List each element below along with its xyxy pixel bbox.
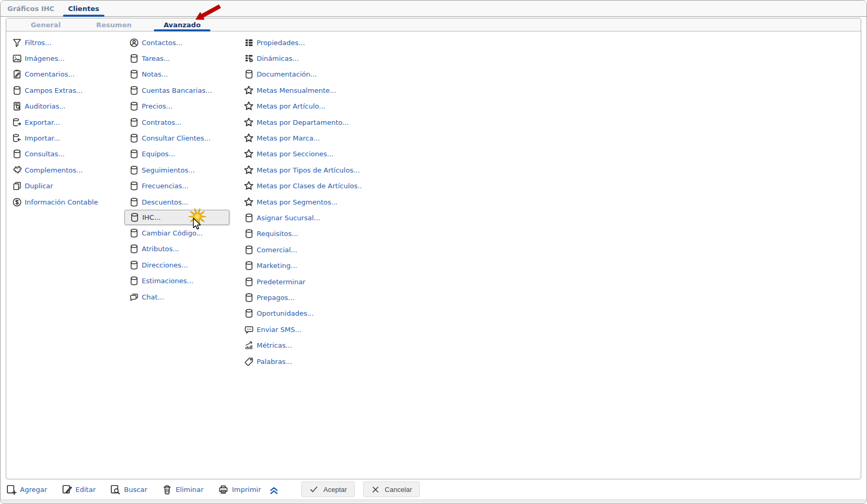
toolbar-label: Editar — [76, 486, 96, 494]
add-icon — [6, 484, 17, 495]
menu-item-auditorias[interactable]: Auditorias... — [12, 99, 98, 114]
menu-item-label: Oportunidades... — [257, 309, 314, 317]
database-icon — [244, 308, 254, 318]
menu-item-descuentos[interactable]: Descuentos... — [129, 194, 229, 210]
menu-item-ihc[interactable]: IHC... — [124, 210, 229, 225]
menu-item-contactos[interactable]: Contactos... — [129, 35, 229, 50]
menu-item-label: Comercial... — [257, 246, 298, 254]
menu-item-atributos[interactable]: Atributos... — [129, 241, 229, 257]
menu-item-complementos[interactable]: Complementos... — [12, 162, 98, 178]
menu-item-palabras[interactable]: Palabras... — [244, 353, 362, 369]
menu-item-exportar[interactable]: Exportar... — [12, 114, 98, 130]
menu-item-comercial[interactable]: Comercial... — [244, 242, 362, 258]
menu-item-cuentas-bancarias[interactable]: Cuentas Bancarias... — [129, 82, 229, 98]
menu-item-documentacion[interactable]: Documentación... — [244, 67, 362, 82]
menu-item-cambiar-codigo[interactable]: Cambiar Código... — [129, 225, 229, 241]
menu-item-metas-por-articulo[interactable]: Metas por Artículo... — [244, 99, 362, 114]
menu-item-propiedades[interactable]: Propiedades... — [244, 35, 362, 50]
menu-item-dinamicas[interactable]: Dinámicas... — [244, 50, 362, 66]
tab-graficos-ihc[interactable]: Gráficos IHC — [1, 1, 61, 16]
menu-item-duplicar[interactable]: Duplicar — [12, 178, 98, 194]
button-label: Aceptar — [323, 486, 347, 494]
menu-column-1: Filtros...Imágenes...Comentarios...Campo… — [12, 35, 98, 210]
chat-icon — [129, 292, 139, 302]
menu-item-predeterminar[interactable]: Predeterminar — [244, 274, 362, 289]
menu-item-imagenes[interactable]: Imágenes... — [12, 50, 98, 66]
menu-item-notas[interactable]: Notas... — [129, 67, 229, 82]
chevrons-up-icon[interactable] — [268, 484, 280, 495]
editar-button[interactable]: Editar — [61, 484, 96, 495]
menu-item-requisitos[interactable]: Requisitos... — [244, 226, 362, 242]
menu-item-oportunidades[interactable]: Oportunidades... — [244, 306, 362, 321]
subtab-general[interactable]: General — [12, 18, 80, 31]
menu-item-label: Metas por Clases de Artículos.. — [257, 182, 362, 190]
menu-item-label: Cuentas Bancarias... — [142, 87, 212, 94]
menu-item-label: Frecuencias... — [142, 182, 188, 190]
star-icon — [244, 197, 254, 208]
filter-icon — [12, 38, 22, 48]
menu-item-equipos[interactable]: Equipos... — [129, 146, 229, 162]
menu-item-label: Marketing... — [257, 262, 297, 270]
subtab-resumen[interactable]: Resumen — [80, 18, 148, 31]
menu-item-metas-por-tipos-de-articulos[interactable]: Metas por Tipos de Artículos... — [244, 162, 362, 178]
menu-item-consultas[interactable]: Consultas... — [12, 146, 98, 162]
subtab-avanzado[interactable]: Avanzado — [148, 18, 216, 31]
menu-item-consultar-clientes[interactable]: Consultar Clientes... — [129, 130, 229, 146]
menu-item-label: Direcciones... — [142, 261, 188, 269]
menu-item-frecuencias[interactable]: Frecuencias... — [129, 178, 229, 194]
menu-item-chat[interactable]: Chat... — [129, 289, 229, 305]
menu-item-contratos[interactable]: Contratos... — [129, 114, 229, 130]
menu-item-estimaciones[interactable]: Estimaciones... — [129, 273, 229, 288]
eliminar-button[interactable]: Eliminar — [162, 484, 204, 495]
menu-item-informacion-contable[interactable]: Información Contable — [12, 194, 98, 210]
menu-item-metricas[interactable]: Métricas... — [244, 337, 362, 353]
imprimir-button[interactable]: Imprimir — [218, 484, 261, 495]
database-icon — [129, 69, 139, 79]
database-icon — [244, 261, 254, 271]
menu-item-label: Filtros... — [25, 39, 51, 47]
aceptar-button[interactable]: Aceptar — [301, 481, 355, 497]
menu-item-label: Contratos... — [142, 119, 182, 126]
menu-item-precios[interactable]: Precios... — [129, 99, 229, 114]
database-icon — [129, 181, 139, 191]
menu-item-prepagos[interactable]: Prepagos... — [244, 289, 362, 305]
menu-item-asignar-sucursal[interactable]: Asignar Sucursal... — [244, 210, 362, 226]
toolbar-label: Imprimir — [232, 486, 261, 494]
cancelar-button[interactable]: Cancelar — [363, 481, 420, 497]
menu-item-enviar-sms[interactable]: Enviar SMS... — [244, 321, 362, 337]
audit-document-icon — [12, 101, 22, 111]
menu-item-marketing[interactable]: Marketing... — [244, 258, 362, 273]
menu-item-metas-por-secciones[interactable]: Metas por Secciones... — [244, 146, 362, 162]
toolbar-label: Eliminar — [176, 486, 204, 494]
agregar-button[interactable]: Agregar — [6, 484, 47, 495]
menu-item-label: Estimaciones... — [142, 277, 193, 285]
database-icon — [129, 117, 139, 127]
buscar-button[interactable]: Buscar — [110, 484, 147, 495]
menu-item-importar[interactable]: Importar... — [12, 130, 98, 146]
menu-item-label: Enviar SMS... — [257, 326, 301, 334]
search-icon — [110, 484, 121, 495]
menu-item-label: Documentación... — [257, 70, 317, 78]
menu-item-seguimientos[interactable]: Seguimientos... — [129, 162, 229, 178]
menu-item-metas-por-segmentos[interactable]: Metas por Segmentos... — [244, 194, 362, 210]
menu-item-direcciones[interactable]: Direcciones... — [129, 257, 229, 273]
menu-item-label: Metas por Marca... — [257, 134, 320, 142]
tag-icon — [244, 357, 254, 367]
star-icon — [244, 133, 254, 144]
menu-item-campos-extras[interactable]: Campos Extras... — [12, 82, 98, 98]
menu-item-label: Cambiar Código... — [142, 229, 203, 237]
menu-item-metas-por-marca[interactable]: Metas por Marca... — [244, 130, 362, 146]
menu-item-label: Metas por Tipos de Artículos... — [257, 166, 360, 174]
metrics-chart-icon — [244, 340, 254, 350]
menu-item-metas-por-departamento[interactable]: Metas por Departamento... — [244, 114, 362, 130]
menu-item-metas-por-clases-de-articulos[interactable]: Metas por Clases de Artículos.. — [244, 178, 362, 194]
database-icon — [244, 213, 254, 223]
menu-item-label: Dinámicas... — [257, 55, 299, 62]
menu-item-filtros[interactable]: Filtros... — [12, 35, 98, 50]
menu-item-comentarios[interactable]: Comentarios... — [12, 67, 98, 82]
menu-item-tareas[interactable]: Tareas... — [129, 50, 229, 66]
tab-clientes[interactable]: Clientes — [61, 1, 106, 16]
menu-item-label: Exportar... — [25, 119, 60, 126]
print-icon — [218, 484, 229, 495]
menu-item-metas-mensualmente[interactable]: Metas Mensualmente... — [244, 82, 362, 98]
